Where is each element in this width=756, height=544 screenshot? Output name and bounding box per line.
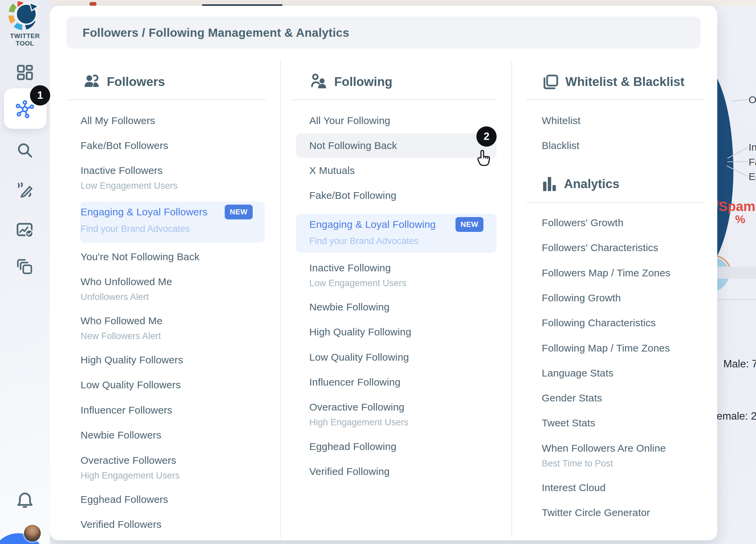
- menu-item[interactable]: Who Unfollowed Me: [81, 276, 172, 288]
- pie-label: Eg: [749, 171, 756, 182]
- male-stat: Male: 7: [723, 358, 756, 370]
- bell-icon[interactable]: [15, 491, 34, 510]
- search-icon[interactable]: [15, 141, 34, 160]
- menu-item[interactable]: High Quality Followers: [81, 354, 183, 366]
- analytics-section-title: Analytics: [564, 177, 620, 191]
- compose-signature-icon[interactable]: [15, 181, 34, 200]
- menu-item[interactable]: All Your Following: [309, 115, 390, 126]
- menu-item[interactable]: Fake/Bot Following: [309, 190, 397, 201]
- step-badge-1: 1: [30, 85, 50, 105]
- menu-item[interactable]: Following Characteristics: [542, 317, 656, 329]
- menu-item-subtitle: High Engagement Users: [309, 417, 408, 428]
- column-divider: [280, 61, 281, 538]
- menu-item[interactable]: Blacklist: [542, 140, 579, 151]
- layers-squares-icon: [542, 73, 559, 91]
- menu-item-subtitle: New Followers Alert: [81, 331, 161, 341]
- background-section-band: [717, 267, 756, 279]
- menu-item[interactable]: Egghead Followers: [81, 494, 168, 505]
- step-badge-2: 2: [476, 126, 497, 147]
- whitelist-section-title: Whitelist & Blacklist: [565, 75, 685, 89]
- menu-item[interactable]: High Quality Following: [309, 326, 411, 338]
- following-section-title: Following: [334, 75, 392, 89]
- pie-label: Fa: [749, 156, 756, 168]
- menu-item[interactable]: Who Followed Me: [81, 315, 162, 327]
- avatar[interactable]: [24, 525, 41, 542]
- menu-item[interactable]: Following Growth: [542, 292, 621, 304]
- menu-item[interactable]: Interest Cloud: [542, 482, 606, 493]
- background-red-element: [90, 2, 96, 6]
- menu-item[interactable]: Whitelist: [542, 115, 580, 126]
- network-hub-icon[interactable]: [15, 100, 34, 119]
- fake-spam-stat: /Spam: [717, 199, 755, 214]
- menu-item[interactable]: Egghead Following: [309, 441, 397, 452]
- fake-spam-percent: %: [735, 213, 745, 226]
- menu-item-subtitle: Low Engagement Users: [309, 278, 406, 289]
- menu-item[interactable]: Followers' Characteristics: [542, 242, 658, 253]
- menu-item[interactable]: Newbie Following: [309, 301, 389, 313]
- menu-item[interactable]: Low Quality Following: [309, 352, 409, 363]
- menu-item[interactable]: You're Not Following Back: [81, 251, 199, 263]
- menu-item-subtitle: Low Engagement Users: [81, 181, 178, 191]
- following-people-icon: [310, 73, 328, 91]
- menu-item[interactable]: When Followers Are Online: [542, 443, 666, 454]
- menu-item[interactable]: Followers Map / Time Zones: [542, 267, 670, 279]
- background-dashboard-strip: O In Fa Eg /Spam % Male: 7 emale: 2: [717, 6, 756, 544]
- menu-item[interactable]: Gender Stats: [542, 392, 602, 404]
- hand-cursor-icon: [476, 149, 492, 168]
- menu-item[interactable]: Overactive Following: [309, 401, 404, 413]
- female-stat: emale: 2: [717, 410, 756, 422]
- page-title: Followers / Following Management & Analy…: [83, 26, 349, 39]
- copies-icon[interactable]: [15, 258, 34, 276]
- menu-item[interactable]: X Mutuals: [309, 165, 355, 176]
- analytics-section-header: Analytics: [542, 176, 620, 192]
- menu-item[interactable]: Newbie Followers: [81, 429, 161, 441]
- background-divider: [717, 299, 756, 300]
- following-section-header: Following: [310, 73, 392, 91]
- image-analytics-check-icon[interactable]: [15, 220, 34, 239]
- bar-chart-icon: [542, 176, 558, 192]
- menu-item[interactable]: Overactive Followers: [81, 455, 176, 466]
- menu-item[interactable]: Followers' Growth: [542, 217, 624, 229]
- menu-item[interactable]: Twitter Circle Generator: [542, 507, 650, 518]
- menu-item[interactable]: Low Quality Followers: [81, 379, 181, 391]
- menu-item-subtitle: Best Time to Post: [542, 458, 613, 469]
- pie-label: In: [749, 142, 756, 153]
- column-divider: [511, 61, 512, 538]
- menu-item-subtitle: Find your Brand Advocates: [309, 236, 418, 246]
- menu-item[interactable]: Verified Followers: [81, 519, 161, 530]
- menu-item-subtitle: Find your Brand Advocates: [81, 224, 190, 234]
- app-logo: [7, 1, 41, 32]
- dashboard-icon[interactable]: [15, 63, 34, 82]
- menu-item[interactable]: Verified Following: [309, 466, 390, 477]
- menu-item[interactable]: Not Following Back: [309, 140, 397, 151]
- menu-item[interactable]: Inactive Following: [309, 262, 391, 274]
- section-divider: [526, 202, 703, 203]
- menu-item[interactable]: Influencer Following: [309, 376, 401, 388]
- menu-item-subtitle: Unfollowers Alert: [81, 292, 149, 302]
- menu-item[interactable]: Engaging & Loyal Following: [309, 219, 436, 230]
- pie-label: O: [749, 94, 756, 105]
- menu-item[interactable]: Fake/Bot Followers: [81, 140, 168, 151]
- section-divider: [526, 99, 703, 100]
- menu-item[interactable]: Engaging & Loyal Followers: [81, 206, 208, 218]
- whitelist-section-header: Whitelist & Blacklist: [542, 73, 685, 91]
- followers-section-header: Followers: [83, 73, 165, 91]
- menu-item-subtitle: High Engagement Users: [81, 471, 180, 481]
- sidebar: TWITTER TOOL: [0, 0, 50, 544]
- menu-item[interactable]: Following Map / Time Zones: [542, 342, 670, 354]
- followers-people-icon: [83, 73, 101, 91]
- new-badge: NEW: [225, 205, 253, 219]
- followers-section-title: Followers: [107, 75, 165, 89]
- new-badge: NEW: [455, 217, 483, 232]
- section-divider: [292, 99, 496, 100]
- menu-item[interactable]: Language Stats: [542, 367, 613, 379]
- section-divider: [67, 99, 265, 100]
- brand-name: TWITTER TOOL: [0, 32, 50, 47]
- menu-item[interactable]: Influencer Followers: [81, 404, 172, 416]
- menu-item[interactable]: All My Followers: [81, 115, 155, 126]
- background-top-strip: [50, 0, 756, 6]
- menu-item[interactable]: Inactive Followers: [81, 165, 163, 176]
- menu-item[interactable]: Tweet Stats: [542, 417, 595, 429]
